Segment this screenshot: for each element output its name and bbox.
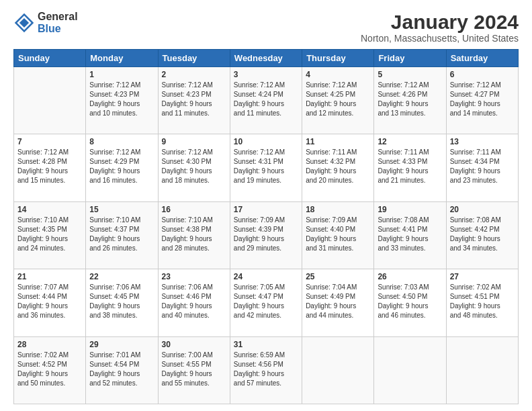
calendar-cell: 20Sunrise: 7:08 AM Sunset: 4:42 PM Dayli… bbox=[446, 201, 518, 269]
logo: General Blue bbox=[13, 11, 78, 34]
calendar-cell: 14Sunrise: 7:10 AM Sunset: 4:35 PM Dayli… bbox=[14, 201, 86, 269]
calendar-cell: 24Sunrise: 7:05 AM Sunset: 4:47 PM Dayli… bbox=[230, 269, 302, 336]
weekday-header: Saturday bbox=[446, 50, 518, 67]
calendar-cell: 12Sunrise: 7:11 AM Sunset: 4:33 PM Dayli… bbox=[374, 134, 446, 201]
day-number: 10 bbox=[234, 137, 298, 146]
day-info: Sunrise: 7:12 AM Sunset: 4:31 PM Dayligh… bbox=[234, 148, 298, 185]
logo-blue-text: Blue bbox=[38, 23, 78, 35]
calendar-cell: 17Sunrise: 7:09 AM Sunset: 4:39 PM Dayli… bbox=[230, 201, 302, 269]
calendar-cell: 13Sunrise: 7:11 AM Sunset: 4:34 PM Dayli… bbox=[446, 134, 518, 201]
calendar-cell bbox=[302, 336, 374, 404]
calendar-cell bbox=[446, 336, 518, 404]
day-number: 22 bbox=[89, 272, 154, 281]
day-info: Sunrise: 7:09 AM Sunset: 4:39 PM Dayligh… bbox=[234, 216, 298, 253]
calendar-header: SundayMondayTuesdayWednesdayThursdayFrid… bbox=[14, 50, 519, 67]
day-number: 28 bbox=[17, 340, 82, 349]
calendar-cell: 16Sunrise: 7:10 AM Sunset: 4:38 PM Dayli… bbox=[158, 201, 230, 269]
day-info: Sunrise: 7:09 AM Sunset: 4:40 PM Dayligh… bbox=[306, 216, 370, 253]
day-number: 1 bbox=[89, 70, 154, 79]
day-info: Sunrise: 7:04 AM Sunset: 4:49 PM Dayligh… bbox=[306, 283, 370, 320]
day-number: 19 bbox=[378, 205, 442, 214]
calendar-cell bbox=[14, 67, 86, 134]
logo-icon bbox=[13, 12, 35, 34]
calendar-cell: 26Sunrise: 7:03 AM Sunset: 4:50 PM Dayli… bbox=[374, 269, 446, 336]
day-number: 27 bbox=[450, 272, 515, 281]
location: Norton, Massachusetts, United States bbox=[361, 33, 519, 44]
day-info: Sunrise: 7:11 AM Sunset: 4:32 PM Dayligh… bbox=[306, 148, 370, 185]
calendar-cell: 11Sunrise: 7:11 AM Sunset: 4:32 PM Dayli… bbox=[302, 134, 374, 201]
day-number: 16 bbox=[162, 205, 226, 214]
calendar-cell: 8Sunrise: 7:12 AM Sunset: 4:29 PM Daylig… bbox=[86, 134, 158, 201]
day-info: Sunrise: 7:12 AM Sunset: 4:24 PM Dayligh… bbox=[234, 81, 298, 118]
calendar-cell: 2Sunrise: 7:12 AM Sunset: 4:23 PM Daylig… bbox=[158, 67, 230, 134]
calendar-table: SundayMondayTuesdayWednesdayThursdayFrid… bbox=[13, 49, 519, 404]
calendar-cell: 1Sunrise: 7:12 AM Sunset: 4:23 PM Daylig… bbox=[86, 67, 158, 134]
calendar-cell: 31Sunrise: 6:59 AM Sunset: 4:56 PM Dayli… bbox=[230, 336, 302, 404]
day-number: 13 bbox=[450, 137, 515, 146]
day-info: Sunrise: 7:02 AM Sunset: 4:51 PM Dayligh… bbox=[450, 283, 515, 320]
calendar-week-row: 14Sunrise: 7:10 AM Sunset: 4:35 PM Dayli… bbox=[14, 201, 519, 269]
calendar-cell: 7Sunrise: 7:12 AM Sunset: 4:28 PM Daylig… bbox=[14, 134, 86, 201]
day-info: Sunrise: 7:02 AM Sunset: 4:52 PM Dayligh… bbox=[17, 351, 82, 388]
calendar-week-row: 7Sunrise: 7:12 AM Sunset: 4:28 PM Daylig… bbox=[14, 134, 519, 201]
calendar-cell: 5Sunrise: 7:12 AM Sunset: 4:26 PM Daylig… bbox=[374, 67, 446, 134]
calendar-cell: 6Sunrise: 7:12 AM Sunset: 4:27 PM Daylig… bbox=[446, 67, 518, 134]
weekday-header: Monday bbox=[86, 50, 158, 67]
day-info: Sunrise: 7:12 AM Sunset: 4:23 PM Dayligh… bbox=[162, 81, 226, 118]
day-number: 9 bbox=[162, 137, 226, 146]
calendar-cell: 3Sunrise: 7:12 AM Sunset: 4:24 PM Daylig… bbox=[230, 67, 302, 134]
weekday-header: Sunday bbox=[14, 50, 86, 67]
calendar-cell: 15Sunrise: 7:10 AM Sunset: 4:37 PM Dayli… bbox=[86, 201, 158, 269]
calendar-cell: 10Sunrise: 7:12 AM Sunset: 4:31 PM Dayli… bbox=[230, 134, 302, 201]
day-number: 18 bbox=[306, 205, 370, 214]
day-info: Sunrise: 7:06 AM Sunset: 4:46 PM Dayligh… bbox=[162, 283, 226, 320]
day-number: 24 bbox=[234, 272, 298, 281]
day-number: 12 bbox=[378, 137, 442, 146]
day-number: 17 bbox=[234, 205, 298, 214]
day-number: 31 bbox=[234, 340, 298, 349]
logo-general-text: General bbox=[38, 11, 78, 23]
day-info: Sunrise: 7:08 AM Sunset: 4:41 PM Dayligh… bbox=[378, 216, 442, 253]
calendar-cell: 9Sunrise: 7:12 AM Sunset: 4:30 PM Daylig… bbox=[158, 134, 230, 201]
day-number: 11 bbox=[306, 137, 370, 146]
day-info: Sunrise: 7:10 AM Sunset: 4:38 PM Dayligh… bbox=[162, 216, 226, 253]
calendar-cell: 19Sunrise: 7:08 AM Sunset: 4:41 PM Dayli… bbox=[374, 201, 446, 269]
calendar-cell: 28Sunrise: 7:02 AM Sunset: 4:52 PM Dayli… bbox=[14, 336, 86, 404]
weekday-header: Wednesday bbox=[230, 50, 302, 67]
day-number: 21 bbox=[17, 272, 82, 281]
calendar-cell: 18Sunrise: 7:09 AM Sunset: 4:40 PM Dayli… bbox=[302, 201, 374, 269]
day-info: Sunrise: 7:08 AM Sunset: 4:42 PM Dayligh… bbox=[450, 216, 515, 253]
page: General Blue January 2024 Norton, Massac… bbox=[0, 0, 532, 411]
day-info: Sunrise: 7:11 AM Sunset: 4:34 PM Dayligh… bbox=[450, 148, 515, 185]
weekday-header-row: SundayMondayTuesdayWednesdayThursdayFrid… bbox=[14, 50, 519, 67]
calendar-cell: 29Sunrise: 7:01 AM Sunset: 4:54 PM Dayli… bbox=[86, 336, 158, 404]
calendar-cell: 25Sunrise: 7:04 AM Sunset: 4:49 PM Dayli… bbox=[302, 269, 374, 336]
calendar-cell: 22Sunrise: 7:06 AM Sunset: 4:45 PM Dayli… bbox=[86, 269, 158, 336]
day-info: Sunrise: 7:12 AM Sunset: 4:27 PM Dayligh… bbox=[450, 81, 515, 118]
day-info: Sunrise: 7:03 AM Sunset: 4:50 PM Dayligh… bbox=[378, 283, 442, 320]
day-number: 2 bbox=[162, 70, 226, 79]
day-info: Sunrise: 7:06 AM Sunset: 4:45 PM Dayligh… bbox=[89, 283, 154, 320]
day-number: 14 bbox=[17, 205, 82, 214]
day-info: Sunrise: 7:12 AM Sunset: 4:29 PM Dayligh… bbox=[89, 148, 154, 185]
month-title: January 2024 bbox=[361, 11, 519, 33]
day-number: 25 bbox=[306, 272, 370, 281]
day-number: 7 bbox=[17, 137, 82, 146]
day-info: Sunrise: 6:59 AM Sunset: 4:56 PM Dayligh… bbox=[234, 351, 298, 388]
calendar-cell bbox=[374, 336, 446, 404]
calendar-week-row: 1Sunrise: 7:12 AM Sunset: 4:23 PM Daylig… bbox=[14, 67, 519, 134]
calendar-cell: 4Sunrise: 7:12 AM Sunset: 4:25 PM Daylig… bbox=[302, 67, 374, 134]
weekday-header: Thursday bbox=[302, 50, 374, 67]
day-number: 20 bbox=[450, 205, 515, 214]
day-info: Sunrise: 7:12 AM Sunset: 4:25 PM Dayligh… bbox=[306, 81, 370, 118]
day-info: Sunrise: 7:07 AM Sunset: 4:44 PM Dayligh… bbox=[17, 283, 82, 320]
day-number: 23 bbox=[162, 272, 226, 281]
calendar-week-row: 21Sunrise: 7:07 AM Sunset: 4:44 PM Dayli… bbox=[14, 269, 519, 336]
day-number: 8 bbox=[89, 137, 154, 146]
weekday-header: Tuesday bbox=[158, 50, 230, 67]
weekday-header: Friday bbox=[374, 50, 446, 67]
day-number: 15 bbox=[89, 205, 154, 214]
day-number: 30 bbox=[162, 340, 226, 349]
day-number: 29 bbox=[89, 340, 154, 349]
day-number: 26 bbox=[378, 272, 442, 281]
